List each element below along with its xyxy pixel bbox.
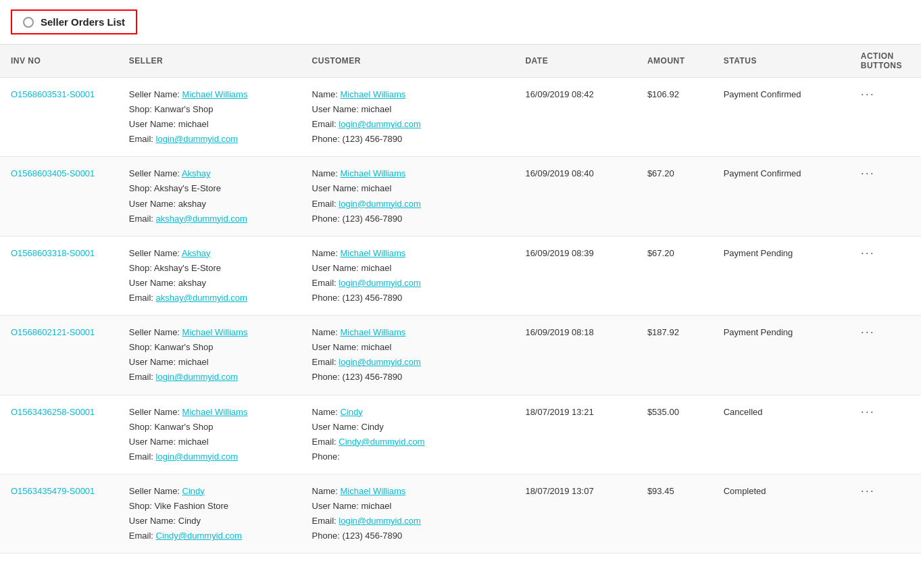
- seller-cell: Seller Name: Cindy Shop: Vike Fashion St…: [118, 474, 301, 553]
- cust-phone: (123) 456-7890: [342, 134, 402, 144]
- customer-cell: Name: Michael Williams User Name: michae…: [301, 157, 515, 236]
- seller-email-link[interactable]: akshay@dummyid.com: [156, 293, 247, 303]
- page-title-box: Seller Orders List: [11, 9, 137, 34]
- action-menu-button[interactable]: ···: [861, 246, 875, 260]
- cust-email-link[interactable]: login@dummyid.com: [339, 357, 421, 367]
- seller-shop: Kanwar's Shop: [154, 422, 213, 432]
- cust-email-link[interactable]: login@dummyid.com: [339, 278, 421, 288]
- cust-username-label: User Name:: [312, 342, 362, 352]
- seller-name-link[interactable]: Cindy: [182, 486, 205, 496]
- inv-no-link[interactable]: O1563436258-S0001: [11, 407, 95, 417]
- seller-email-link[interactable]: login@dummyid.com: [156, 451, 239, 462]
- cust-username: michael: [362, 183, 392, 193]
- status-cell: Payment Pending: [713, 316, 850, 395]
- inv-no-link[interactable]: O1568603405-S0001: [11, 168, 95, 178]
- seller-username-label: User Name:: [129, 119, 178, 129]
- seller-shop-label: Shop:: [129, 422, 155, 432]
- action-cell: ···: [850, 78, 921, 157]
- seller-name-link[interactable]: Akshay: [182, 168, 211, 178]
- col-header-status: STATUS: [713, 45, 850, 78]
- inv-no-link[interactable]: O1568602121-S0001: [11, 327, 95, 337]
- cust-email-link[interactable]: login@dummyid.com: [339, 516, 421, 526]
- cust-name-label: Name:: [312, 89, 341, 99]
- status-cell: Completed: [713, 474, 850, 553]
- col-header-action: ACTION BUTTONS: [850, 45, 921, 78]
- action-menu-button[interactable]: ···: [861, 87, 875, 101]
- inv-no-link[interactable]: O1568603531-S0001: [11, 89, 95, 99]
- seller-email-link[interactable]: login@dummyid.com: [156, 372, 239, 382]
- cust-name-link[interactable]: Michael Williams: [340, 168, 405, 178]
- seller-email-link[interactable]: Cindy@dummyid.com: [156, 531, 242, 541]
- seller-username-label: User Name:: [129, 199, 178, 209]
- action-cell: ···: [850, 236, 921, 315]
- cust-name-link[interactable]: Michael Williams: [340, 486, 405, 496]
- date-cell: 16/09/2019 08:42: [514, 78, 636, 157]
- seller-email-label: Email:: [129, 372, 156, 382]
- seller-name-link[interactable]: Michael Williams: [182, 327, 248, 337]
- cust-email-link[interactable]: login@dummyid.com: [339, 199, 421, 209]
- cust-name-label: Name:: [312, 486, 341, 496]
- status-cell: Cancelled: [713, 395, 850, 474]
- inv-no-link[interactable]: O1563435479-S0001: [11, 486, 95, 496]
- seller-shop-label: Shop:: [129, 342, 155, 352]
- seller-cell: Seller Name: Michael Williams Shop: Kanw…: [118, 78, 301, 157]
- seller-email-link[interactable]: login@dummyid.com: [156, 134, 239, 144]
- seller-name-link[interactable]: Akshay: [182, 248, 211, 258]
- status-cell: Payment Pending: [713, 236, 850, 315]
- date-cell: 16/09/2019 08:40: [514, 157, 636, 236]
- cust-username: michael: [362, 342, 392, 352]
- inv-no-link[interactable]: O1568603318-S0001: [11, 248, 95, 258]
- action-menu-button[interactable]: ···: [861, 484, 875, 498]
- seller-shop-label: Shop:: [129, 263, 154, 273]
- action-cell: ···: [850, 395, 921, 474]
- seller-shop-label: Shop:: [129, 104, 155, 114]
- seller-name-link[interactable]: Michael Williams: [182, 407, 248, 417]
- customer-cell: Name: Cindy User Name: Cindy Email: Cind…: [301, 395, 515, 474]
- orders-table: INV NO SELLER CUSTOMER DATE AMOUNT STATU…: [0, 44, 921, 554]
- seller-username-label: User Name:: [129, 278, 178, 288]
- customer-cell: Name: Michael Williams User Name: michae…: [301, 316, 515, 395]
- cust-name-link[interactable]: Michael Williams: [340, 327, 405, 337]
- table-row: O1568603531-S0001 Seller Name: Michael W…: [0, 78, 921, 157]
- action-cell: ···: [850, 474, 921, 553]
- cust-phone: (123) 456-7890: [342, 372, 402, 382]
- cust-username-label: User Name:: [312, 501, 362, 511]
- seller-name-label: Seller Name:: [129, 89, 182, 99]
- cust-username-label: User Name:: [312, 104, 362, 114]
- cust-phone-label: Phone:: [312, 451, 340, 462]
- customer-cell: Name: Michael Williams User Name: michae…: [301, 474, 515, 553]
- status-cell: Payment Confirmed: [713, 78, 850, 157]
- cust-name-link[interactable]: Michael Williams: [340, 89, 405, 99]
- action-cell: ···: [850, 316, 921, 395]
- seller-name-link[interactable]: Michael Williams: [182, 89, 248, 99]
- seller-shop: Kanwar's Shop: [154, 342, 213, 352]
- seller-name-label: Seller Name:: [129, 486, 182, 496]
- header-section: Seller Orders List: [0, 0, 921, 44]
- seller-shop: Akshay's E-Store: [154, 183, 221, 193]
- action-menu-button[interactable]: ···: [861, 325, 875, 339]
- cust-name-link[interactable]: Michael Williams: [340, 248, 405, 258]
- cust-username: michael: [362, 501, 392, 511]
- cust-name-label: Name:: [312, 407, 341, 417]
- col-header-amount: AMOUNT: [637, 45, 713, 78]
- seller-username-label: User Name:: [129, 437, 178, 447]
- seller-email-link[interactable]: akshay@dummyid.com: [156, 214, 247, 224]
- cust-email-link[interactable]: login@dummyid.com: [339, 119, 421, 129]
- action-menu-button[interactable]: ···: [861, 405, 875, 419]
- amount-cell: $106.92: [637, 78, 713, 157]
- customer-cell: Name: Michael Williams User Name: michae…: [301, 78, 515, 157]
- cust-email-label: Email:: [312, 199, 339, 209]
- cust-username-label: User Name:: [312, 183, 362, 193]
- table-row: O1568602121-S0001 Seller Name: Michael W…: [0, 316, 921, 395]
- seller-username: Cindy: [178, 516, 201, 526]
- cust-username: michael: [362, 263, 392, 273]
- customer-cell: Name: Michael Williams User Name: michae…: [301, 236, 515, 315]
- status-cell: Payment Confirmed: [713, 157, 850, 236]
- seller-username-label: User Name:: [129, 516, 178, 526]
- cust-username-label: User Name:: [312, 263, 362, 273]
- cust-username: michael: [362, 104, 392, 114]
- action-menu-button[interactable]: ···: [861, 166, 875, 180]
- cust-name-label: Name:: [312, 168, 341, 178]
- cust-email-link[interactable]: Cindy@dummyid.com: [339, 437, 424, 447]
- cust-name-link[interactable]: Cindy: [340, 407, 362, 417]
